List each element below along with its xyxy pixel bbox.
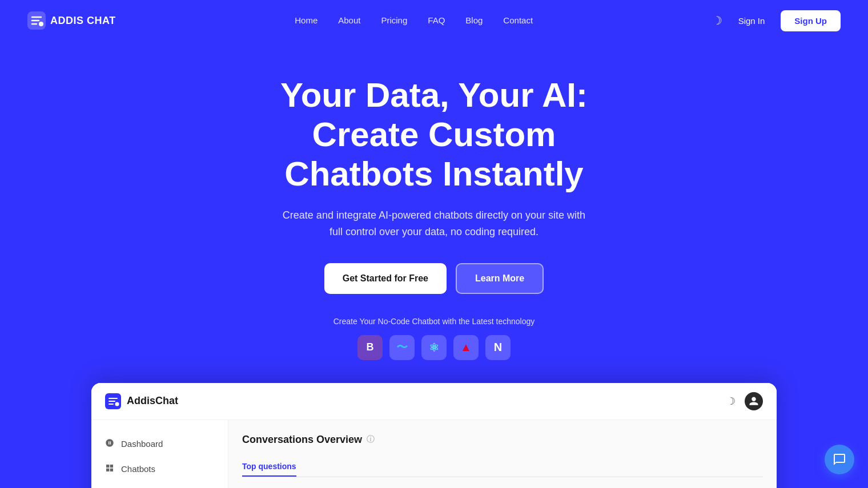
hero-cta-group: Get Started for Free Learn More — [324, 263, 544, 294]
dashboard-main-content: Conversations Overview ⓘ Top questions C… — [228, 420, 777, 488]
svg-point-1 — [39, 22, 43, 26]
navbar-actions: ☽ Sign In Sign Up — [712, 10, 841, 31]
floating-chat-button[interactable] — [825, 445, 854, 474]
dashboard-header: AddisChat ☽ — [91, 383, 777, 420]
dashboard-dark-mode-icon[interactable]: ☽ — [726, 395, 736, 408]
nav-blog[interactable]: Blog — [465, 15, 483, 25]
get-started-button[interactable]: Get Started for Free — [324, 263, 447, 294]
sidebar-item-chatbots-label: Chatbots — [121, 464, 155, 474]
dashboard-icon — [105, 438, 114, 450]
tab-top-questions[interactable]: Top questions — [242, 457, 296, 477]
hero-section: Your Data, Your AI: Create Custom Chatbo… — [0, 41, 868, 488]
signup-button[interactable]: Sign Up — [781, 10, 841, 31]
sidebar-item-chatbots[interactable]: Chatbots — [91, 457, 228, 482]
sidebar-item-dashboard[interactable]: Dashboard — [91, 431, 228, 457]
tailwind-icon: 〜 — [389, 335, 415, 360]
next-icon: N — [485, 335, 511, 360]
sidebar-item-dashboard-label: Dashboard — [121, 439, 163, 449]
dashboard-header-actions: ☽ — [726, 392, 763, 410]
navbar: ADDIS CHAT Home About Pricing FAQ Blog C… — [0, 0, 868, 41]
dark-mode-icon[interactable]: ☽ — [712, 14, 722, 27]
dashboard-avatar[interactable] — [745, 392, 763, 410]
hero-subtitle: Create and integrate AI-powered chatbots… — [280, 207, 588, 240]
info-icon: ⓘ — [367, 434, 375, 445]
nav-faq[interactable]: FAQ — [428, 15, 445, 25]
dashboard-preview: AddisChat ☽ Dashboard — [91, 383, 777, 488]
tech-label: Create Your No-Code Chatbot with the Lat… — [333, 317, 535, 326]
tab-bar: Top questions — [242, 457, 763, 477]
logo-text: ADDIS CHAT — [50, 15, 116, 27]
nav-contact[interactable]: Contact — [503, 15, 533, 25]
nav-links: Home About Pricing FAQ Blog Contact — [295, 15, 533, 26]
learn-more-button[interactable]: Learn More — [456, 263, 544, 294]
angular-icon: ▲ — [453, 335, 479, 360]
dashboard-sidebar: Dashboard Chatbots API — [91, 420, 228, 488]
dashboard-logo: AddisChat — [105, 393, 178, 409]
signin-button[interactable]: Sign In — [732, 11, 772, 30]
dashboard-logo-icon — [105, 393, 121, 409]
nav-home[interactable]: Home — [295, 15, 318, 25]
svg-point-3 — [115, 402, 119, 406]
nav-about[interactable]: About — [338, 15, 360, 25]
dashboard-logo-text: AddisChat — [127, 395, 178, 407]
logo-icon — [27, 11, 46, 30]
chatbots-icon — [105, 463, 114, 475]
conversations-title: Conversations Overview — [242, 434, 362, 446]
logo[interactable]: ADDIS CHAT — [27, 11, 116, 30]
sidebar-item-api[interactable]: API — [91, 482, 228, 488]
dashboard-body: Dashboard Chatbots API — [91, 420, 777, 488]
tech-icons-row: B 〜 ⚛ ▲ N — [357, 335, 511, 360]
bootstrap-icon: B — [357, 335, 383, 360]
react-icon: ⚛ — [421, 335, 447, 360]
conversations-header: Conversations Overview ⓘ — [242, 434, 763, 446]
hero-title: Your Data, Your AI: Create Custom Chatbo… — [234, 75, 634, 193]
nav-pricing[interactable]: Pricing — [381, 15, 407, 25]
